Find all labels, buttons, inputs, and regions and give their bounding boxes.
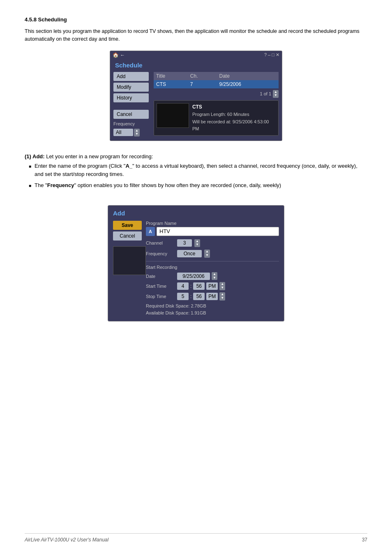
channel-value: 3	[177, 239, 192, 247]
page-updown[interactable]: ▲ ▼	[273, 90, 279, 98]
disk-info: Required Disk Space: 2.78GB Available Di…	[146, 303, 279, 317]
keyboard-button[interactable]: A	[146, 227, 155, 236]
bullet-section: (1) Add: Let you enter in a new program …	[25, 153, 362, 193]
col-date: Date	[217, 72, 279, 80]
preview-info: CTS Program Length: 60 Minutes Will be r…	[192, 103, 276, 133]
add-window: Add Save Cancel Program Name A Channel 3…	[108, 205, 284, 321]
stop-time-updown[interactable]: ▲ ▼	[219, 292, 225, 301]
pagination-row: 1 of 1 ▲ ▼	[154, 90, 279, 98]
row-ch: 7	[188, 80, 217, 88]
stop-down-icon: ▼	[221, 296, 224, 300]
frequency-updown[interactable]: ▲ ▼	[134, 129, 140, 137]
channel-updown[interactable]: ▲ ▼	[194, 239, 200, 247]
sub-bullet-1-text: Enter the name of the program (Click "A_…	[35, 162, 362, 178]
bullet1-bold-label: (1) Add:	[25, 153, 45, 160]
titlebar-home-icon: 🏠 ←	[113, 52, 125, 58]
add-title: Add	[113, 210, 279, 217]
footer-left: AirLive AirTV-1000U v2 User's Manual	[25, 537, 108, 543]
save-button[interactable]: Save	[113, 221, 142, 230]
preview-thumbnail	[157, 103, 189, 128]
start-sep: :	[190, 283, 191, 289]
program-name-input[interactable]	[157, 227, 279, 236]
stop-time-label: Stop Time	[146, 294, 175, 299]
stop-ampm: PM	[206, 293, 218, 300]
preview-line2: Will be recorded at: 9/25/2006 4:53:00 P…	[192, 118, 276, 133]
down-icon: ▼	[135, 132, 138, 136]
stop-hour: 5	[177, 293, 189, 300]
sub-bullet-2: The "Frequency" option enables you to fi…	[29, 181, 362, 190]
start-time-updown[interactable]: ▲ ▼	[219, 282, 225, 290]
add-preview-thumbnail	[113, 246, 146, 275]
history-button[interactable]: History	[113, 93, 149, 102]
disk-required: Required Disk Space: 2.78GB	[146, 303, 279, 310]
section-title: 4.5.8 Scheduling	[25, 16, 67, 23]
preview-line1: Program Length: 60 Minutes	[192, 111, 276, 118]
date-value: 9/25/2006	[177, 273, 210, 280]
date-updown[interactable]: ▲ ▼	[212, 272, 217, 280]
bullet1-intro: Let you enter in a new program for recor…	[46, 153, 153, 160]
section-description: This section lets you program the applic…	[25, 28, 362, 43]
footer-page-number: 37	[362, 537, 367, 543]
cancel-button[interactable]: Cancel	[113, 110, 149, 119]
date-down-icon: ▼	[213, 276, 216, 280]
sub-bullet-2-text: The "Frequency" option enables you to fi…	[35, 181, 281, 190]
start-time-label: Start Time	[146, 284, 175, 289]
schedule-window: 🏠 ← ? – □ ✕ Schedule Add Modify History …	[110, 51, 282, 141]
section-heading: 4.5.8 Scheduling	[25, 16, 367, 23]
schedule-table: Title Ch. Date CTS 7 9/25/2006	[154, 72, 279, 88]
schedule-titlebar: 🏠 ← ? – □ ✕	[110, 51, 282, 59]
disk-available: Available Disk Space: 1.91GB	[146, 310, 279, 317]
divider	[146, 261, 279, 261]
start-ampm: PM	[206, 282, 218, 290]
modify-button[interactable]: Modify	[113, 83, 149, 92]
stop-sep: :	[190, 294, 191, 299]
row-title: CTS	[154, 80, 188, 88]
add-cancel-button[interactable]: Cancel	[113, 231, 142, 240]
add-freq-down-icon: ▼	[205, 254, 209, 257]
col-title: Title	[154, 72, 188, 80]
frequency-label: Frequency	[113, 121, 150, 126]
start-recording-label: Start Recording	[146, 265, 279, 270]
row-date: 9/25/2006	[217, 80, 279, 88]
sub-bullet-1: Enter the name of the program (Click "A_…	[29, 162, 362, 178]
sub-bullet-list: Enter the name of the program (Click "A_…	[25, 162, 362, 190]
add-button[interactable]: Add	[113, 72, 149, 81]
table-row[interactable]: CTS 7 9/25/2006	[154, 80, 279, 88]
start-down-icon: ▼	[221, 286, 224, 290]
start-hour: 4	[177, 282, 189, 290]
preview-box: CTS Program Length: 60 Minutes Will be r…	[154, 100, 279, 136]
page-footer: AirLive AirTV-1000U v2 User's Manual 37	[25, 533, 367, 543]
preview-title: CTS	[192, 103, 276, 111]
channel-label: Channel	[146, 240, 175, 245]
schedule-title: Schedule	[113, 62, 279, 69]
add-frequency-value: Once	[177, 250, 202, 257]
frequency-value: All	[113, 129, 133, 136]
bullet1-label: (1) Add: Let you enter in a new program …	[25, 153, 153, 160]
channel-down-icon: ▼	[196, 243, 199, 247]
col-ch: Ch.	[188, 72, 217, 80]
stop-min: 56	[193, 293, 205, 300]
add-frequency-updown[interactable]: ▲ ▼	[204, 250, 210, 258]
add-frequency-label: Frequency	[146, 251, 175, 256]
page-down-icon: ▼	[274, 94, 277, 97]
date-label: Date	[146, 274, 175, 279]
start-min: 56	[193, 282, 205, 290]
page-info: 1 of 1	[260, 91, 272, 96]
program-name-label: Program Name	[146, 221, 279, 226]
titlebar-controls: ? – □ ✕	[264, 52, 279, 58]
